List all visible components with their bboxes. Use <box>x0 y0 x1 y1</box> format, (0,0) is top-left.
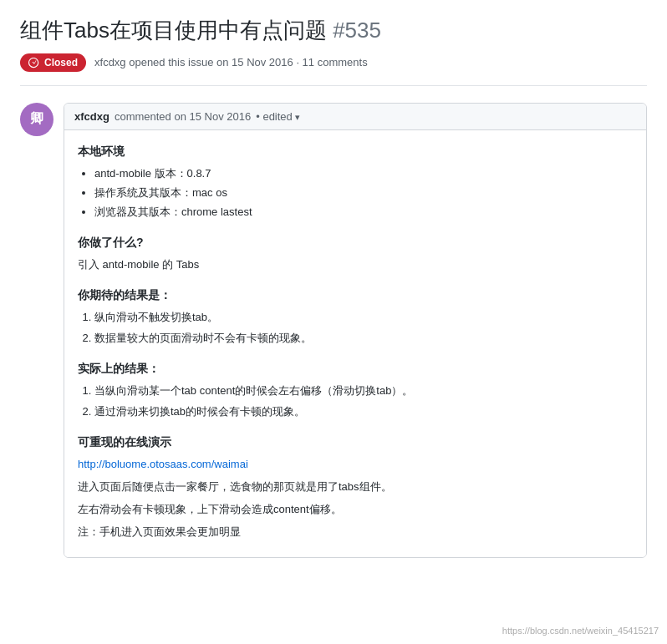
section-env-heading: 本地环境 <box>78 142 633 160</box>
what-text: 引入 antd-mobile 的 Tabs <box>78 256 633 274</box>
section-actual-heading: 实际上的结果： <box>78 359 633 378</box>
comment-body: 本地环境 antd-mobile 版本：0.8.7 操作系统及其版本：mac o… <box>64 130 646 558</box>
commenter-name: xfcdxg <box>74 110 109 123</box>
section-expected-heading: 你期待的结果是： <box>78 286 633 304</box>
issue-title-text: 组件Tabs在项目使用中有点问题 <box>20 18 327 43</box>
list-item: 当纵向滑动某一个tab content的时候会左右偏移（滑动切换tab）。 <box>94 383 633 400</box>
issue-meta: Closed xfcdxg opened this issue on 15 No… <box>20 53 647 86</box>
status-label-text: Closed <box>44 57 78 68</box>
issue-number: #535 <box>333 18 381 43</box>
env-list: antd-mobile 版本：0.8.7 操作系统及其版本：mac os 浏览器… <box>78 165 633 221</box>
avatar: 卿 <box>20 103 53 136</box>
list-item: antd-mobile 版本：0.8.7 <box>94 165 633 183</box>
extra-text-2: 左右滑动会有卡顿现象，上下滑动会造成content偏移。 <box>78 501 633 519</box>
comment-header: xfcdxg commented on 15 Nov 2016 • edited… <box>64 104 646 130</box>
list-item: 纵向滑动不触发切换tab。 <box>94 309 633 327</box>
comment-date: commented on 15 Nov 2016 <box>115 110 251 123</box>
edited-label: • edited <box>256 110 293 123</box>
list-item: 操作系统及其版本：mac os <box>94 185 633 202</box>
list-item: 浏览器及其版本：chrome lastest <box>94 204 633 221</box>
expected-list: 纵向滑动不触发切换tab。 数据量较大的页面滑动时不会有卡顿的现象。 <box>78 309 633 347</box>
list-item: 通过滑动来切换tab的时候会有卡顿的现象。 <box>94 403 633 421</box>
issue-title: 组件Tabs在项目使用中有点问题 #535 <box>20 17 647 45</box>
comment-block: 卿 xfcdxg commented on 15 Nov 2016 • edit… <box>20 103 647 559</box>
closed-icon <box>28 57 40 68</box>
actual-list: 当纵向滑动某一个tab content的时候会左右偏移（滑动切换tab）。 通过… <box>78 383 633 421</box>
section-what-heading: 你做了什么? <box>78 233 633 251</box>
comment-container: xfcdxg commented on 15 Nov 2016 • edited… <box>64 103 647 559</box>
note-text: 注：手机进入页面效果会更加明显 <box>78 524 633 541</box>
list-item: 数据量较大的页面滑动时不会有卡顿的现象。 <box>94 330 633 347</box>
extra-text-1: 进入页面后随便点击一家餐厅，选食物的那页就是用了tabs组件。 <box>78 479 633 496</box>
issue-meta-text: xfcdxg opened this issue on 15 Nov 2016 … <box>94 56 368 68</box>
demo-link[interactable]: http://boluome.otosaas.com/waimai <box>78 458 248 470</box>
comment-edited: • edited ▾ <box>256 110 300 123</box>
section-demo-heading: 可重现的在线演示 <box>78 433 633 451</box>
status-badge: Closed <box>20 53 86 72</box>
edited-arrow[interactable]: ▾ <box>295 112 300 122</box>
demo-link-paragraph: http://boluome.otosaas.com/waimai <box>78 456 633 474</box>
